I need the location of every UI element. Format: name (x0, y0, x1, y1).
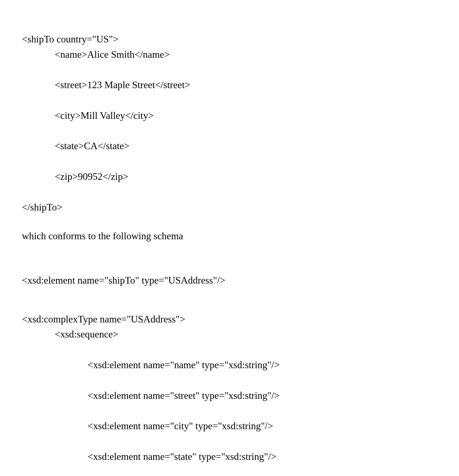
schema-line: <xsd:sequence> (22, 327, 437, 342)
xml-line: <zip>90952</zip> (22, 169, 437, 184)
schema-line: <xsd:element name="state" type="xsd:stri… (22, 449, 437, 465)
xml-line: <street>123 Maple Street</street> (22, 77, 437, 93)
xml-example: <shipTo country="US"> <name>Alice Smith<… (22, 16, 437, 215)
xml-line: <name>Alice Smith</name> (22, 47, 437, 62)
schema-line: <xsd:element name="shipTo" type="USAddre… (22, 275, 225, 286)
schema-line: <xsd:element name="city" type="xsd:strin… (22, 419, 437, 434)
xml-line: </shipTo> (22, 202, 62, 213)
schema-block: <xsd:complexType name="USAddress"> <xsd:… (22, 296, 437, 476)
schema-line: <xsd:element name="name" type="xsd:strin… (22, 357, 437, 373)
xml-line: <state>CA</state> (22, 139, 437, 154)
schema-block: <xsd:element name="shipTo" type="USAddre… (22, 258, 437, 288)
xml-line: <city>Mill Valley</city> (22, 108, 437, 123)
xml-line: <shipTo country="US"> (22, 34, 119, 45)
schema-line: <xsd:complexType name="USAddress"> (22, 314, 185, 325)
schema-line: <xsd:element name="street" type="xsd:str… (22, 388, 437, 403)
conforms-text: which conforms to the following schema (22, 229, 437, 244)
